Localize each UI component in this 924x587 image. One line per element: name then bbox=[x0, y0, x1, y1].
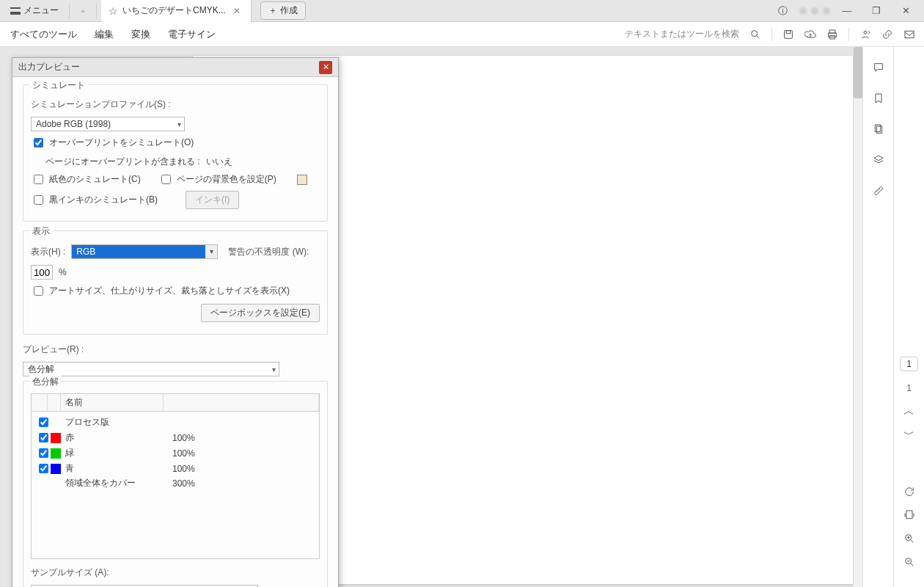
home-icon bbox=[81, 5, 84, 17]
pages-icon[interactable] bbox=[871, 122, 886, 136]
cloud-upload-icon[interactable] bbox=[804, 29, 816, 40]
simulate-legend: シミュレート bbox=[29, 79, 88, 92]
papercolor-checkbox[interactable]: 紙色のシミュレート(C) bbox=[31, 172, 141, 186]
home-button[interactable] bbox=[74, 5, 92, 17]
artsize-checkbox[interactable]: アートサイズ、仕上がりサイズ、裁ち落としサイズを表示(X) bbox=[31, 284, 290, 298]
svg-rect-10 bbox=[876, 126, 881, 133]
search-icon[interactable] bbox=[749, 29, 761, 40]
separation-row: 領域全体をカバー300% bbox=[36, 476, 315, 490]
page-down-icon[interactable]: ﹀ bbox=[903, 429, 915, 440]
separation-swatch bbox=[51, 464, 61, 474]
separation-row: 緑100% bbox=[36, 445, 315, 461]
separation-name: 赤 bbox=[65, 431, 168, 444]
hamburger-icon bbox=[10, 7, 21, 15]
preview-select[interactable]: 色分解 bbox=[23, 362, 279, 376]
svg-rect-9 bbox=[875, 125, 880, 131]
zoom-in-icon[interactable] bbox=[903, 533, 915, 544]
separation-checkbox[interactable] bbox=[39, 418, 48, 427]
page-up-icon[interactable]: ︿ bbox=[903, 405, 915, 417]
separation-name: 領域全体をカバー bbox=[65, 477, 168, 489]
esign-button[interactable]: 電子サイン bbox=[166, 25, 217, 44]
svg-point-0 bbox=[752, 30, 758, 36]
dialog-title: 出力プレビュー bbox=[18, 61, 80, 73]
dialog-close-button[interactable]: ✕ bbox=[319, 61, 332, 74]
separation-checkbox[interactable] bbox=[39, 448, 48, 458]
titlebar: メニュー ☆ いちごのデザートCMYK... ✕ ＋ 作成 ⓘ — ❐ ✕ bbox=[0, 0, 924, 22]
ink-button: インキ(I) bbox=[186, 191, 239, 209]
zoom-out-icon[interactable] bbox=[903, 556, 915, 568]
avatar[interactable] bbox=[799, 7, 807, 15]
separations-legend: 色分解 bbox=[29, 376, 62, 388]
dialog-titlebar[interactable]: 出力プレビュー ✕ bbox=[12, 58, 338, 77]
layers-icon[interactable] bbox=[871, 153, 886, 167]
save-icon[interactable] bbox=[782, 29, 794, 40]
separation-checkbox[interactable] bbox=[39, 433, 48, 442]
sample-size-label: サンプルサイズ (A): bbox=[31, 566, 109, 579]
convert-button[interactable]: 変換 bbox=[130, 25, 152, 44]
rotate-icon[interactable] bbox=[903, 486, 915, 497]
tab-close-button[interactable]: ✕ bbox=[230, 6, 243, 16]
measure-icon[interactable] bbox=[871, 183, 886, 198]
profile-label: シミュレーションプロファイル(S) : bbox=[31, 98, 171, 111]
separation-checkbox[interactable] bbox=[39, 464, 48, 473]
link-icon[interactable] bbox=[881, 29, 893, 40]
help-icon: ⓘ bbox=[778, 4, 788, 18]
avatar[interactable] bbox=[823, 7, 830, 15]
svg-rect-2 bbox=[785, 30, 793, 38]
plus-icon: ＋ bbox=[268, 4, 277, 17]
show-select[interactable]: RGB bbox=[71, 244, 218, 259]
main-area: 1 1 ︿ ﹀ 出力プレビュー ✕ シミュレート シミュレーションプロファイル(… bbox=[0, 47, 924, 587]
warn-label: 警告の不透明度 (W): bbox=[228, 246, 309, 258]
avatar[interactable] bbox=[811, 7, 818, 15]
pagebox-button[interactable]: ページボックスを設定(E) bbox=[201, 304, 320, 322]
svg-line-13 bbox=[911, 540, 913, 542]
minimize-button[interactable]: — bbox=[833, 0, 861, 22]
menu-label: メニュー bbox=[23, 4, 59, 17]
bookmark-icon[interactable] bbox=[871, 91, 886, 106]
close-button[interactable]: ✕ bbox=[892, 0, 920, 22]
help-button[interactable]: ⓘ bbox=[769, 0, 796, 22]
comment-icon[interactable] bbox=[871, 60, 886, 75]
svg-point-7 bbox=[864, 31, 867, 34]
pagebg-checkbox[interactable]: ページの背景色を設定(P) bbox=[158, 172, 276, 186]
display-legend: 表示 bbox=[29, 225, 53, 238]
separation-percent: 100% bbox=[172, 433, 216, 443]
star-icon: ☆ bbox=[109, 5, 118, 17]
vertical-scrollbar[interactable] bbox=[854, 47, 862, 587]
toolbar: すべてのツール 編集 変換 電子サイン テキストまたはツールを検索 bbox=[0, 22, 924, 47]
fit-page-icon[interactable] bbox=[903, 509, 915, 521]
col-name: 名前 bbox=[61, 394, 164, 411]
simulation-profile-select[interactable]: Adobe RGB (1998) bbox=[31, 117, 185, 131]
simulate-group: シミュレート シミュレーションプロファイル(S) : Adobe RGB (19… bbox=[23, 84, 328, 222]
svg-rect-8 bbox=[905, 31, 914, 37]
separation-percent: 100% bbox=[172, 464, 216, 474]
svg-rect-11 bbox=[906, 511, 912, 519]
separation-name: プロセス版 bbox=[65, 416, 168, 429]
svg-rect-4 bbox=[829, 30, 835, 33]
separation-name: 青 bbox=[65, 462, 168, 475]
pagebg-color-swatch[interactable] bbox=[297, 175, 307, 185]
page-number-input[interactable]: 1 bbox=[900, 357, 918, 371]
mail-icon[interactable] bbox=[903, 29, 915, 40]
all-tools-button[interactable]: すべてのツール bbox=[9, 25, 78, 44]
separation-swatch bbox=[51, 448, 61, 459]
print-icon[interactable] bbox=[826, 29, 838, 40]
separation-percent: 300% bbox=[172, 478, 216, 489]
maximize-button[interactable]: ❐ bbox=[862, 0, 890, 22]
create-button[interactable]: ＋ 作成 bbox=[260, 1, 306, 20]
separations-table: 名前 プロセス版赤100%緑100%青100%領域全体をカバー300% bbox=[31, 393, 320, 559]
show-label: 表示(H) : bbox=[31, 246, 65, 258]
separation-row: 青100% bbox=[36, 461, 315, 476]
document-tab[interactable]: ☆ いちごのデザートCMYK... ✕ bbox=[101, 0, 252, 22]
svg-line-1 bbox=[757, 36, 759, 38]
separation-row: プロセス版 bbox=[36, 415, 315, 430]
separation-swatch bbox=[51, 418, 61, 428]
warn-opacity-input[interactable] bbox=[31, 265, 53, 280]
blackink-checkbox[interactable]: 黒インキのシミュレート(B) bbox=[31, 193, 158, 207]
overprint-checkbox[interactable]: オーバープリントをシミュレート(O) bbox=[31, 136, 194, 150]
edit-button[interactable]: 編集 bbox=[93, 25, 115, 44]
share-icon[interactable] bbox=[859, 29, 871, 40]
page-total: 1 bbox=[906, 383, 912, 393]
separation-name: 緑 bbox=[65, 447, 168, 459]
menu-button[interactable]: メニュー bbox=[4, 1, 65, 20]
